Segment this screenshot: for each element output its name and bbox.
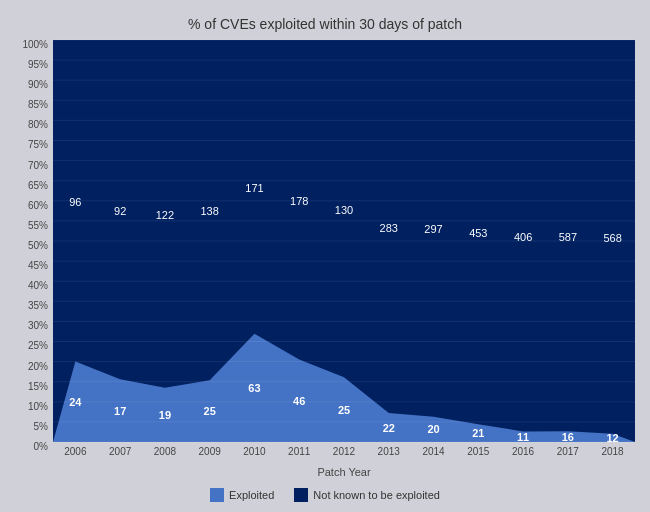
legend: Exploited Not known to be exploited (210, 482, 440, 506)
y-axis-label: 0% (34, 442, 48, 452)
y-axis-label: 25% (28, 341, 48, 351)
exploited-label: 24 (69, 396, 82, 408)
legend-label-not-exploited: Not known to be exploited (313, 489, 440, 501)
bars-area: 9692122138171178130283297453406587568241… (53, 40, 635, 442)
y-axis-label: 90% (28, 80, 48, 90)
not-exploited-label: 122 (156, 209, 174, 221)
y-axis-label: 20% (28, 362, 48, 372)
exploited-label: 12 (606, 432, 618, 444)
legend-label-exploited: Exploited (229, 489, 274, 501)
y-axis-label: 60% (28, 201, 48, 211)
x-axis-label: 2007 (98, 446, 143, 464)
not-exploited-label: 453 (469, 227, 487, 239)
not-exploited-label: 178 (290, 195, 308, 207)
y-axis-label: 40% (28, 281, 48, 291)
exploited-label: 21 (472, 427, 484, 439)
exploited-label: 25 (338, 404, 350, 416)
exploited-label: 25 (204, 405, 216, 417)
exploited-label: 11 (517, 431, 529, 443)
x-axis-label: 2009 (187, 446, 232, 464)
y-axis-label: 35% (28, 301, 48, 311)
exploited-label: 17 (114, 405, 126, 417)
y-axis-label: 5% (34, 422, 48, 432)
not-exploited-label: 96 (69, 196, 81, 208)
exploited-label: 19 (159, 409, 171, 421)
exploited-label: 20 (427, 423, 439, 435)
not-exploited-label: 406 (514, 231, 532, 243)
exploited-label: 63 (248, 382, 260, 394)
y-axis-label: 10% (28, 402, 48, 412)
chart-svg: 9692122138171178130283297453406587568241… (53, 40, 635, 442)
exploited-label: 16 (562, 431, 574, 443)
x-axis-labels: 2006200720082009201020112012201320142015… (53, 442, 635, 464)
x-axis-label: 2011 (277, 446, 322, 464)
y-axis-label: 80% (28, 120, 48, 130)
chart-area: 100%95%90%85%80%75%70%65%60%55%50%45%40%… (15, 40, 635, 482)
exploited-label: 46 (293, 395, 305, 407)
y-axis-label: 50% (28, 241, 48, 251)
not-exploited-label: 297 (424, 223, 442, 235)
x-axis-label: 2014 (411, 446, 456, 464)
x-axis-title: Patch Year (53, 464, 635, 482)
not-exploited-label: 138 (201, 205, 219, 217)
chart-title: % of CVEs exploited within 30 days of pa… (188, 16, 462, 32)
chart-container: % of CVEs exploited within 30 days of pa… (5, 6, 645, 506)
chart-main: 9692122138171178130283297453406587568241… (53, 40, 635, 482)
y-axis-label: 65% (28, 181, 48, 191)
not-exploited-label: 283 (380, 222, 398, 234)
exploited-label: 22 (383, 422, 395, 434)
x-axis-label: 2016 (501, 446, 546, 464)
not-exploited-label: 92 (114, 205, 126, 217)
x-axis-label: 2006 (53, 446, 98, 464)
legend-item-not-exploited: Not known to be exploited (294, 488, 440, 502)
not-exploited-label: 587 (559, 231, 577, 243)
y-axis-label: 95% (28, 60, 48, 70)
x-axis-label: 2015 (456, 446, 501, 464)
not-exploited-label: 171 (245, 182, 263, 194)
y-axis-label: 70% (28, 161, 48, 171)
x-axis-label: 2012 (322, 446, 367, 464)
x-axis-label: 2010 (232, 446, 277, 464)
legend-item-exploited: Exploited (210, 488, 274, 502)
y-axis-label: 55% (28, 221, 48, 231)
y-axis-label: 15% (28, 382, 48, 392)
y-axis-label: 85% (28, 100, 48, 110)
legend-box-exploited (210, 488, 224, 502)
y-axis: 100%95%90%85%80%75%70%65%60%55%50%45%40%… (15, 40, 53, 482)
y-axis-label: 30% (28, 321, 48, 331)
y-axis-label: 45% (28, 261, 48, 271)
x-axis-label: 2013 (366, 446, 411, 464)
not-exploited-label: 130 (335, 204, 353, 216)
legend-box-not-exploited (294, 488, 308, 502)
y-axis-label: 100% (22, 40, 48, 50)
x-axis-label: 2008 (143, 446, 188, 464)
y-axis-label: 75% (28, 140, 48, 150)
x-axis-label: 2018 (590, 446, 635, 464)
not-exploited-label: 568 (603, 232, 621, 244)
x-axis-label: 2017 (545, 446, 590, 464)
